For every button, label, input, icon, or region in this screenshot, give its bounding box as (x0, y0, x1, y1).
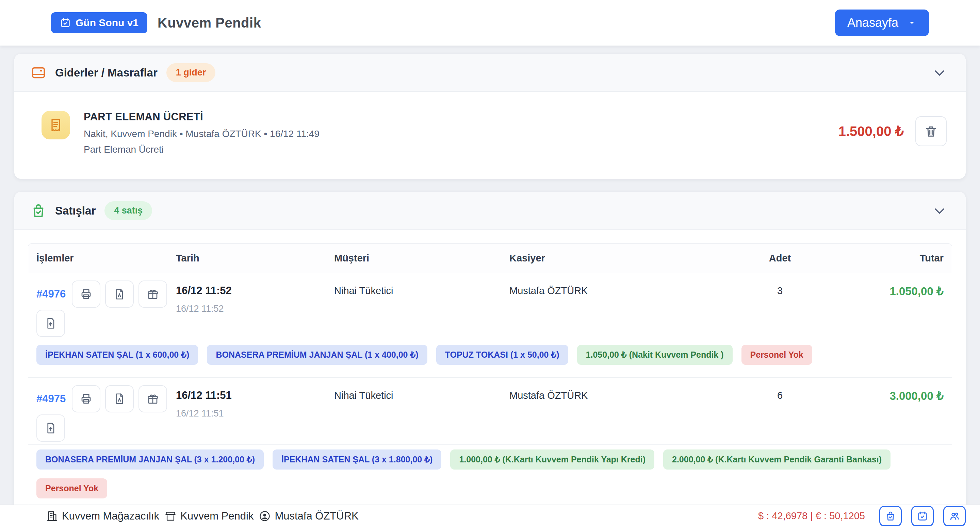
sale-total: 3.000,00 ₺ (819, 385, 943, 403)
building-icon (46, 510, 58, 522)
expenses-title: Giderler / Masraflar (55, 66, 158, 79)
expenses-count-badge: 1 gider (166, 63, 216, 82)
sale-id-link[interactable]: #4976 (37, 288, 66, 300)
user-circle-icon (259, 510, 270, 522)
company-name: Kuvvem Mağazacılık (62, 510, 159, 522)
home-label: Anasayfa (847, 16, 898, 30)
no-staff-tag: Personel Yok (37, 478, 107, 498)
print-button[interactable] (72, 385, 100, 413)
pdf-button[interactable] (105, 281, 134, 308)
payment-tag: 1.000,00 ₺ (K.Kartı Kuvvem Pendik Yapı K… (450, 449, 654, 470)
receipt-icon (41, 111, 70, 140)
chevron-down-icon[interactable] (932, 204, 947, 218)
shopping-bag-check-icon (30, 203, 46, 219)
exchange-rates: $ : 42,6978 | € : 50,1205 (758, 510, 865, 522)
home-button[interactable]: Anasayfa (835, 10, 929, 36)
gift-button[interactable] (138, 281, 167, 308)
sale-qty: 3 (741, 281, 819, 297)
col-tutar: Tutar (819, 252, 943, 264)
sale-id-link[interactable]: #4975 (37, 393, 66, 405)
expense-amount: 1.500,00 ₺ (838, 124, 904, 139)
expense-title: PART ELEMAN ÜCRETİ (84, 111, 838, 123)
credit-card-icon (30, 65, 46, 81)
bag-check-icon (885, 511, 896, 522)
file-upload-icon (45, 422, 57, 434)
col-islemler: İşlemler (37, 252, 176, 264)
product-tag: İPEKHAN SATEN ŞAL (3 x 1.800,00 ₺) (272, 449, 441, 470)
sales-count-badge: 4 satış (105, 201, 152, 220)
staff-shortcut-button[interactable] (943, 506, 966, 526)
pdf-button[interactable] (105, 385, 134, 413)
gun-sonu-label: Gün Sonu v1 (76, 17, 138, 29)
sale-date-sub: 16/12 11:51 (176, 408, 334, 419)
top-bar: Gün Sonu v1 Kuvvem Pendik Anasayfa (0, 0, 980, 46)
trash-icon (924, 124, 938, 138)
sale-qty: 6 (741, 385, 819, 401)
col-adet: Adet (741, 252, 819, 264)
no-staff-tag: Personel Yok (741, 345, 812, 365)
pdf-file-icon (113, 288, 126, 300)
printer-icon (80, 393, 92, 405)
expenses-card-header[interactable]: Giderler / Masraflar 1 gider (14, 54, 966, 92)
col-tarih: Tarih (176, 252, 334, 264)
caret-down-icon (907, 18, 917, 27)
table-row: #4975 16/12 11:51 16/12 11:51 Nihai Tüke… (28, 378, 952, 445)
calendar-check-icon (917, 511, 928, 522)
table-row: #4976 16/12 11:52 16/12 11:52 Nihai Tüke… (28, 273, 952, 340)
sales-table-header: İşlemler Tarih Müşteri Kasiyer Adet Tuta… (28, 244, 952, 273)
print-button[interactable] (72, 281, 100, 308)
export-file-button[interactable] (37, 310, 65, 337)
gift-button[interactable] (138, 385, 167, 413)
gun-sonu-button[interactable]: Gün Sonu v1 (51, 12, 147, 33)
sales-title: Satışlar (55, 204, 95, 217)
page-title: Kuvvem Pendik (158, 15, 261, 30)
calendar-check-icon (60, 17, 71, 28)
product-tag: İPEKHAN SATEN ŞAL (1 x 600,00 ₺) (37, 345, 198, 365)
expenses-card: Giderler / Masraflar 1 gider PART ELEMAN… (14, 54, 966, 179)
expense-item: PART ELEMAN ÜCRETİ Nakit, Kuvvem Pendik … (14, 92, 966, 179)
col-musteri: Müşteri (334, 252, 509, 264)
sale-cashier: Mustafa ÖZTÜRK (509, 281, 741, 297)
pdf-file-icon (113, 393, 126, 405)
gift-icon (147, 393, 159, 405)
product-tag: BONASERA PREMİUM JANJAN ŞAL (1 x 400,00 … (207, 345, 427, 365)
sale-tags-row: BONASERA PREMİUM JANJAN ŞAL (3 x 1.200,0… (28, 445, 952, 511)
store-icon (165, 510, 176, 522)
chevron-down-icon[interactable] (932, 66, 947, 80)
gift-icon (147, 288, 159, 300)
delete-expense-button[interactable] (915, 116, 947, 146)
sale-date-sub: 16/12 11:52 (176, 304, 334, 314)
sales-card: Satışlar 4 satış İşlemler Tarih Müşteri … (14, 192, 966, 527)
expense-description: Part Eleman Ücreti (84, 144, 838, 155)
sales-shortcut-button[interactable] (879, 506, 902, 526)
product-tag: TOPUZ TOKASI (1 x 50,00 ₺) (436, 345, 568, 365)
file-upload-icon (45, 317, 57, 329)
sale-customer: Nihai Tüketici (334, 385, 509, 401)
sales-table: İşlemler Tarih Müşteri Kasiyer Adet Tuta… (28, 243, 952, 527)
status-bar: Kuvvem Mağazacılık Kuvvem Pendik Mustafa… (0, 505, 980, 527)
export-file-button[interactable] (37, 414, 65, 442)
payment-tag: 1.050,00 ₺ (Nakit Kuvvem Pendik ) (577, 345, 733, 365)
sale-tags-row: İPEKHAN SATEN ŞAL (1 x 600,00 ₺) BONASER… (28, 340, 952, 378)
end-of-day-shortcut-button[interactable] (911, 506, 934, 526)
users-icon (949, 511, 960, 522)
sale-total: 1.050,00 ₺ (819, 281, 943, 298)
product-tag: BONASERA PREMİUM JANJAN ŞAL (3 x 1.200,0… (37, 449, 264, 470)
sale-cashier: Mustafa ÖZTÜRK (509, 385, 741, 401)
sale-date: 16/12 11:52 (176, 284, 334, 297)
sale-date: 16/12 11:51 (176, 389, 334, 402)
sales-card-header[interactable]: Satışlar 4 satış (14, 192, 966, 230)
branch-name: Kuvvem Pendik (180, 510, 253, 522)
col-kasiyer: Kasiyer (509, 252, 741, 264)
payment-tag: 2.000,00 ₺ (K.Kartı Kuvvem Pendik Garant… (663, 449, 891, 470)
printer-icon (80, 288, 92, 300)
sale-customer: Nihai Tüketici (334, 281, 509, 297)
expense-subtitle: Nakit, Kuvvem Pendik • Mustafa ÖZTÜRK • … (84, 129, 838, 140)
user-name: Mustafa ÖZTÜRK (275, 510, 358, 522)
